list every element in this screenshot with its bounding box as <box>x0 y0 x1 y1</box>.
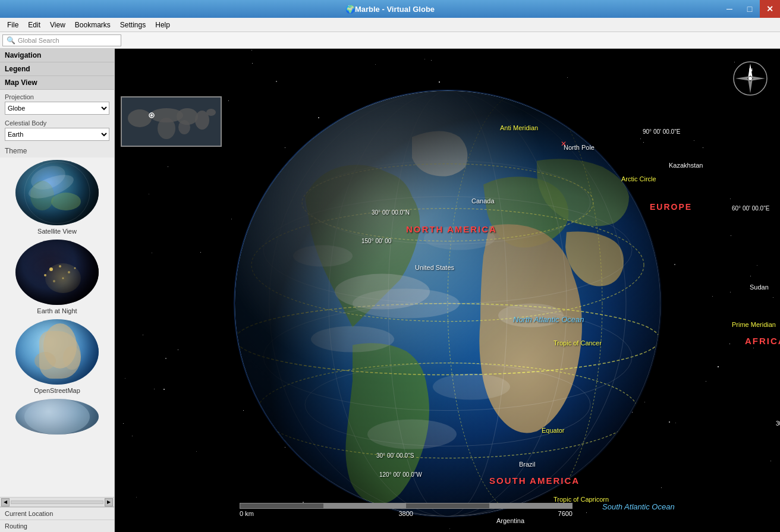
theme-partial[interactable] <box>2 399 112 435</box>
maximize-button[interactable]: □ <box>740 0 760 18</box>
svg-point-3 <box>30 181 54 210</box>
svg-text:N: N <box>749 67 753 73</box>
svg-point-8 <box>62 278 64 279</box>
svg-point-56 <box>748 77 752 80</box>
map-view-header[interactable]: Map View <box>0 76 114 90</box>
svg-point-50 <box>235 90 661 516</box>
scale-label-7600: 7600 <box>558 510 573 517</box>
scale-label-0: 0 km <box>240 510 254 517</box>
navigation-header[interactable]: Navigation <box>0 49 114 62</box>
svg-point-10 <box>74 267 76 269</box>
theme-night-preview <box>15 240 99 305</box>
svg-point-20 <box>206 109 216 116</box>
svg-point-11 <box>43 323 77 369</box>
theme-satellite-name: Satellite View <box>2 228 112 235</box>
svg-point-24 <box>150 114 153 117</box>
theme-section: Theme Satellite View <box>0 144 114 497</box>
theme-night-name: Earth at Night <box>2 307 112 314</box>
menu-view[interactable]: View <box>45 20 70 30</box>
scale-bar: 0 km 3800 7600 <box>240 503 573 517</box>
svg-point-1 <box>28 162 69 194</box>
earth-surface <box>234 89 662 517</box>
main-layout: Navigation Legend Map View Projection Gl… <box>0 49 780 532</box>
theme-label: Theme <box>0 144 114 158</box>
earth-globe[interactable] <box>234 89 662 517</box>
close-button[interactable]: ✕ <box>760 0 780 18</box>
theme-satellite-preview <box>15 160 99 225</box>
scroll-left-btn[interactable]: ◀ <box>1 498 10 506</box>
celestial-body-section: Celestial Body Earth <box>0 118 114 144</box>
svg-point-4 <box>49 267 53 271</box>
svg-point-22 <box>178 120 190 134</box>
compass-rose: N <box>732 61 768 96</box>
window-controls: ─ □ ✕ <box>719 0 780 18</box>
theme-partial-preview <box>15 399 99 435</box>
theme-osm[interactable]: OpenStreetMap <box>2 319 112 394</box>
current-location-section[interactable]: Current Location <box>0 507 114 520</box>
projection-section: Projection Globe <box>0 90 114 118</box>
projection-select[interactable]: Globe <box>5 102 109 115</box>
search-placeholder: Global Search <box>18 37 59 44</box>
celestial-body-select[interactable]: Earth <box>5 128 109 141</box>
svg-point-6 <box>68 271 70 273</box>
menu-bar: File Edit View Bookmarks Settings Help <box>0 18 780 32</box>
svg-point-13 <box>63 346 81 370</box>
svg-point-14 <box>24 399 90 435</box>
theme-osm-preview <box>15 319 99 385</box>
menu-bookmarks[interactable]: Bookmarks <box>70 20 115 30</box>
menu-settings[interactable]: Settings <box>115 20 150 30</box>
menu-edit[interactable]: Edit <box>23 20 45 30</box>
toolbar: 🔍 Global Search <box>0 32 780 49</box>
scale-labels: 0 km 3800 7600 <box>240 510 573 517</box>
svg-point-12 <box>34 352 56 370</box>
theme-list[interactable]: Satellite View <box>0 158 114 497</box>
search-icon: 🔍 <box>7 36 15 45</box>
horizontal-scrollbar[interactable]: ◀ ▶ <box>0 497 114 506</box>
theme-osm-name: OpenStreetMap <box>2 387 112 394</box>
theme-satellite[interactable]: Satellite View <box>2 160 112 235</box>
scale-label-3800: 3800 <box>398 510 413 517</box>
search-box[interactable]: 🔍 Global Search <box>2 34 121 46</box>
svg-point-2 <box>51 193 81 210</box>
svg-point-9 <box>53 280 55 282</box>
svg-point-21 <box>158 118 175 139</box>
theme-night[interactable]: Earth at Night <box>2 240 112 314</box>
north-pole-marker: ✕ <box>561 140 567 148</box>
svg-point-7 <box>44 274 46 276</box>
menu-file[interactable]: File <box>2 20 23 30</box>
routing-section[interactable]: Routing <box>0 520 114 532</box>
svg-point-16 <box>128 109 152 127</box>
map-area[interactable]: NORTH AMERICA EUROPE AFRICA SOUTH AMERIC… <box>115 49 780 532</box>
scroll-right-btn[interactable]: ▶ <box>105 498 113 506</box>
scroll-track[interactable] <box>11 500 103 504</box>
window-title: Marble - Virtual Globe <box>355 5 435 14</box>
svg-point-5 <box>59 265 61 267</box>
minimize-button[interactable]: ─ <box>719 0 740 18</box>
mini-map <box>121 96 222 147</box>
menu-help[interactable]: Help <box>150 20 175 30</box>
left-panel: Navigation Legend Map View Projection Gl… <box>0 49 115 532</box>
bottom-panel: Current Location Routing <box>0 506 114 532</box>
legend-header[interactable]: Legend <box>0 62 114 76</box>
title-bar: 🌍 Marble - Virtual Globe ─ □ ✕ <box>0 0 780 18</box>
app-icon: 🌍 <box>345 5 355 14</box>
projection-label: Projection <box>5 93 109 100</box>
celestial-body-label: Celestial Body <box>5 119 109 127</box>
